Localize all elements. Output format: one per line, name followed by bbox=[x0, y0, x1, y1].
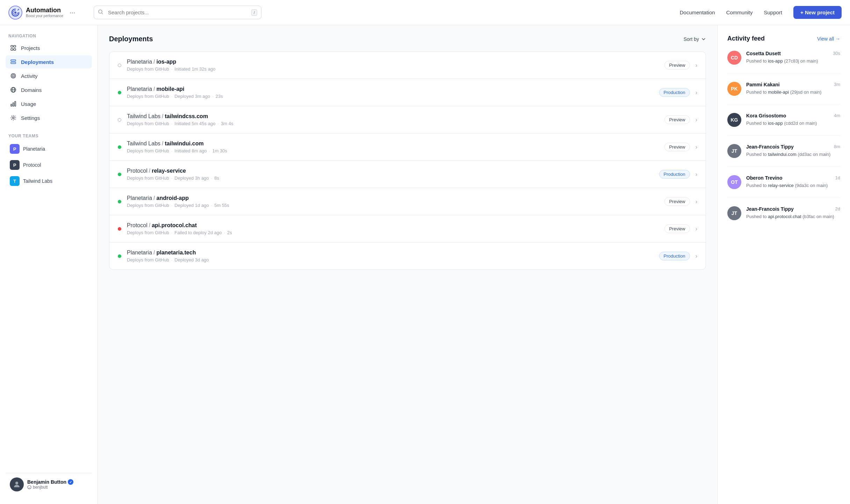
dep-badge-area: Preview › bbox=[664, 61, 697, 70]
dep-name: Tailwind Labs/tailwindcss.com bbox=[127, 113, 664, 120]
activity-item: CD Cosetta Dusett 30s Pushed to ios-app … bbox=[727, 51, 840, 65]
support-link[interactable]: Support bbox=[764, 9, 783, 15]
activity-avatar: JT bbox=[727, 144, 741, 158]
activity-top: Jean-Francois Tippy 8m bbox=[746, 144, 840, 150]
domains-icon bbox=[10, 86, 17, 93]
dep-info: Protocol/api.protocol.chat Deploys from … bbox=[127, 222, 664, 235]
activity-body: Pammi Kakani 3m Pushed to mobile-api (29… bbox=[746, 82, 840, 96]
verified-badge: ✓ bbox=[68, 479, 73, 485]
activity-item: JT Jean-Francois Tippy 2d Pushed to api.… bbox=[727, 206, 840, 220]
activity-divider bbox=[727, 166, 840, 167]
sidebar-item-label: Usage bbox=[21, 101, 36, 107]
chevron-right-icon: › bbox=[696, 226, 697, 232]
activity-name: Oberon Trevino bbox=[746, 175, 782, 181]
status-dot bbox=[118, 254, 121, 258]
activity-time: 8m bbox=[834, 144, 840, 149]
status-dot bbox=[118, 118, 121, 122]
search-wrap: / bbox=[94, 6, 261, 19]
activity-avatar: CD bbox=[727, 51, 741, 65]
activity-title: Activity feed bbox=[727, 35, 765, 42]
dep-badge: Production bbox=[659, 170, 690, 179]
activity-divider bbox=[727, 135, 840, 136]
deployment-row[interactable]: Protocol/api.protocol.chat Deploys from … bbox=[109, 215, 706, 243]
chevron-right-icon: › bbox=[696, 171, 697, 178]
activity-top: Oberon Trevino 1d bbox=[746, 175, 840, 181]
status-dot bbox=[118, 173, 121, 176]
team-avatar-planetaria: P bbox=[10, 144, 20, 154]
svg-rect-4 bbox=[14, 45, 16, 47]
svg-point-11 bbox=[13, 75, 14, 76]
teams-section: Your teams P Planetaria P Protocol T Tai… bbox=[6, 134, 92, 189]
dep-info: Planetaria/android-app Deploys from GitH… bbox=[127, 195, 664, 208]
activity-avatar: PK bbox=[727, 82, 741, 96]
sidebar-item-label: Activity bbox=[21, 73, 38, 79]
sidebar-item-label: Domains bbox=[21, 87, 42, 93]
dep-name: Planetaria/android-app bbox=[127, 195, 664, 201]
sidebar-item-projects[interactable]: Projects bbox=[6, 41, 92, 55]
svg-rect-7 bbox=[11, 60, 16, 61]
sidebar-item-domains[interactable]: Domains bbox=[6, 83, 92, 96]
status-dot bbox=[118, 200, 121, 203]
team-item-protocol[interactable]: P Protocol bbox=[6, 157, 92, 173]
dep-badge-area: Preview › bbox=[664, 115, 697, 124]
svg-rect-16 bbox=[13, 103, 14, 106]
team-avatar-protocol: P bbox=[10, 160, 20, 170]
activity-body: Jean-Francois Tippy 8m Pushed to tailwin… bbox=[746, 144, 840, 158]
activity-item: JT Jean-Francois Tippy 8m Pushed to tail… bbox=[727, 144, 840, 167]
dep-info: Planetaria/planetaria.tech Deploys from … bbox=[127, 250, 659, 262]
deployment-row[interactable]: Planetaria/mobile-api Deploys from GitHu… bbox=[109, 79, 706, 106]
sort-by-button[interactable]: Sort by bbox=[684, 36, 706, 42]
activity-top: Kora Grisostomo 4m bbox=[746, 113, 840, 118]
more-button[interactable]: ··· bbox=[67, 7, 78, 18]
deployment-row[interactable]: Protocol/relay-service Deploys from GitH… bbox=[109, 161, 706, 188]
documentation-link[interactable]: Documentation bbox=[680, 9, 715, 15]
usage-icon bbox=[10, 100, 17, 107]
deployment-row[interactable]: Tailwind Labs/tailwindcss.com Deploys fr… bbox=[109, 106, 706, 134]
deployment-row[interactable]: Planetaria/planetaria.tech Deploys from … bbox=[109, 243, 706, 269]
activity-item: CD Cosetta Dusett 30s Pushed to ios-app … bbox=[727, 51, 840, 73]
dep-badge-area: Preview › bbox=[664, 143, 697, 151]
chevron-right-icon: › bbox=[696, 62, 697, 69]
activity-item: OT Oberon Trevino 1d Pushed to relay-ser… bbox=[727, 175, 840, 198]
deployment-row[interactable]: Planetaria/ios-app Deploys from GitHub ·… bbox=[109, 52, 706, 79]
user-name: Benjamin Button ✓ bbox=[27, 479, 88, 485]
chevron-right-icon: › bbox=[696, 117, 697, 123]
dep-meta: Deploys from GitHub · Initiated 5m 45s a… bbox=[127, 121, 664, 126]
search-input[interactable] bbox=[94, 6, 261, 19]
dep-name: Protocol/api.protocol.chat bbox=[127, 222, 664, 229]
activity-item: PK Pammi Kakani 3m Pushed to mobile-api … bbox=[727, 82, 840, 105]
sidebar-item-deployments[interactable]: Deployments bbox=[6, 55, 92, 69]
team-item-tailwind[interactable]: T Tailwind Labs bbox=[6, 173, 92, 189]
sidebar-item-settings[interactable]: Settings bbox=[6, 111, 92, 124]
dep-badge: Preview bbox=[664, 115, 690, 124]
community-link[interactable]: Community bbox=[726, 9, 753, 15]
activity-time: 30s bbox=[833, 51, 840, 56]
view-all-link[interactable]: View all → bbox=[817, 36, 840, 42]
content-area: Deployments Sort by Planetaria/ios-app D… bbox=[98, 25, 850, 504]
logo-icon bbox=[8, 6, 22, 20]
new-project-button[interactable]: + New project bbox=[793, 6, 842, 19]
status-dot bbox=[118, 227, 121, 231]
status-dot bbox=[118, 91, 121, 94]
activity-body: Jean-Francois Tippy 2d Pushed to api.pro… bbox=[746, 206, 840, 220]
activity-name: Jean-Francois Tippy bbox=[746, 206, 794, 212]
activity-avatar: KG bbox=[727, 113, 741, 127]
deployments-header: Deployments Sort by bbox=[109, 35, 706, 43]
main-layout: Navigation Projects Deployments bbox=[0, 25, 850, 504]
activity-name: Jean-Francois Tippy bbox=[746, 144, 794, 150]
deployment-row[interactable]: Tailwind Labs/tailwindui.com Deploys fro… bbox=[109, 134, 706, 161]
dep-badge: Preview bbox=[664, 224, 690, 233]
activity-top: Pammi Kakani 3m bbox=[746, 82, 840, 87]
svg-rect-3 bbox=[11, 45, 13, 47]
deployments-panel: Deployments Sort by Planetaria/ios-app D… bbox=[98, 25, 717, 504]
sidebar-item-usage[interactable]: Usage bbox=[6, 97, 92, 110]
user-area: Benjamin Button ✓ benjbutt bbox=[6, 473, 92, 496]
sidebar-item-label: Settings bbox=[21, 115, 40, 121]
team-item-planetaria[interactable]: P Planetaria bbox=[6, 141, 92, 157]
topbar: Automation Boost your performance ··· / … bbox=[0, 0, 850, 25]
deployment-row[interactable]: Planetaria/android-app Deploys from GitH… bbox=[109, 188, 706, 215]
activity-desc: Pushed to api.protocol.chat (b3fac on ma… bbox=[746, 213, 840, 220]
activity-panel: Activity feed View all → CD Cosetta Duse… bbox=[717, 25, 850, 504]
logo-area: Automation Boost your performance ··· bbox=[8, 6, 85, 20]
sidebar-item-activity[interactable]: Activity bbox=[6, 69, 92, 82]
